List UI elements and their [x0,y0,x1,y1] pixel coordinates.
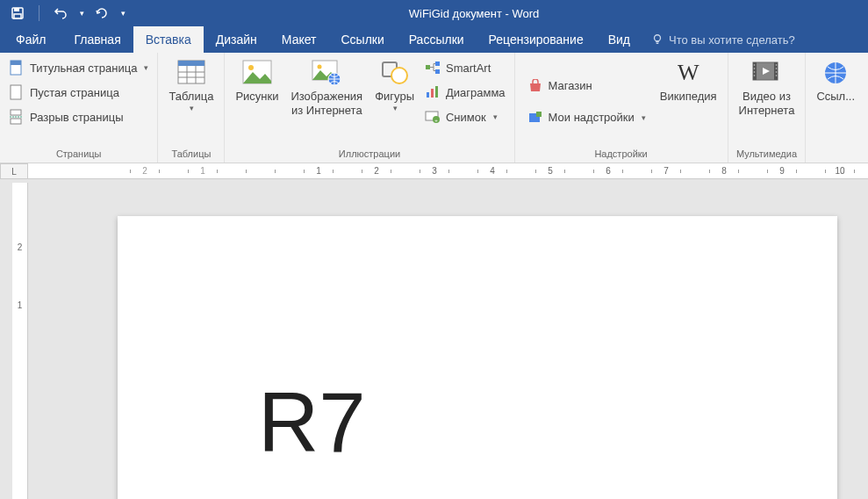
group-pages-label: Страницы [56,147,102,163]
store-label: Магазин [549,79,592,92]
redo-button[interactable] [91,3,112,24]
lightbulb-icon [651,33,664,46]
svg-rect-28 [435,86,438,98]
svg-rect-33 [536,112,542,117]
svg-point-38 [754,68,756,69]
globe-icon [821,58,850,88]
ruler-mark: 2 [348,163,405,178]
document-page[interactable]: R7 [118,216,837,499]
ruler-mark: 1 [290,163,348,178]
ruler-mark: 2 [116,163,174,178]
group-tables: Таблица▾ Таблицы [158,53,225,163]
tab-home[interactable]: Главная [61,26,133,53]
tab-insert[interactable]: Вставка [133,26,204,53]
svg-rect-27 [431,89,434,98]
chart-button[interactable]: Диаграмма [421,81,509,104]
ruler-mark: 1 [174,163,232,178]
pictures-button[interactable]: Рисунки [230,56,283,147]
screenshot-icon: + [425,109,441,125]
chevron-down-icon: ▾ [190,104,194,113]
chevron-down-icon: ▾ [642,113,646,122]
ruler-mark: 10 [811,163,868,178]
blank-page-button[interactable]: Пустая страница [5,81,152,104]
title-bar: ▾ ▾ WiFiGid документ - Word [0,0,868,26]
qat-separator [39,5,39,21]
tab-references[interactable]: Ссылки [328,26,396,53]
svg-point-41 [776,64,778,66]
my-addins-button[interactable]: Мои надстройки ▾ [524,106,649,129]
screenshot-button[interactable]: + Снимок ▾ [421,105,509,128]
group-addins-label: Надстройки [594,147,647,163]
tell-me-placeholder: Что вы хотите сделать? [669,33,795,47]
undo-dropdown-icon[interactable]: ▾ [80,9,84,18]
table-button[interactable]: Таблица▾ [163,56,219,147]
store-icon [527,78,543,94]
svg-rect-7 [11,110,21,115]
ribbon-tabs: Файл Главная Вставка Дизайн Макет Ссылки… [0,26,868,53]
pictures-label: Рисунки [235,90,278,104]
ruler-mark: 1 [12,276,27,334]
blank-page-icon [9,84,25,100]
tab-mailings[interactable]: Рассылки [397,26,477,53]
online-pictures-icon [312,58,341,88]
page-break-button[interactable]: Разрыв страницы [5,105,152,128]
store-button[interactable]: Магазин [524,75,649,98]
links-button-partial[interactable]: Ссыл... [811,56,860,147]
tell-me-search[interactable]: Что вы хотите сделать? [642,26,804,53]
save-button[interactable] [7,3,28,24]
svg-rect-11 [178,61,204,66]
svg-point-22 [391,68,407,83]
svg-rect-25 [435,69,440,74]
chevron-down-icon: ▾ [144,63,148,72]
wikipedia-button[interactable]: W Википедия [655,56,722,147]
document-area: L 2 1 1 2 3 4 5 6 7 8 9 10 2 1 R7 [0,163,868,499]
ruler-mark: 6 [579,163,637,178]
undo-button[interactable] [50,3,71,24]
online-video-button[interactable]: Видео изИнтернета [734,56,800,147]
shapes-icon [380,58,410,88]
qat-customize-icon[interactable]: ▾ [121,9,126,18]
horizontal-ruler[interactable]: 2 1 1 2 3 4 5 6 7 8 9 10 [28,163,868,179]
group-addins: Магазин Мои надстройки ▾ W Википедия Над… [515,53,728,163]
online-pictures-button[interactable]: Изображенияиз Интернета [285,56,368,147]
smartart-button[interactable]: SmartArt [421,56,509,79]
svg-point-19 [318,65,322,69]
tab-review[interactable]: Рецензирование [477,26,596,53]
online-video-label1: Видео из [742,90,791,104]
links-label: Ссыл... [816,90,855,104]
table-icon [176,58,206,88]
screenshot-label: Снимок [446,111,486,124]
group-media-label: Мультимедиа [736,147,797,163]
svg-point-44 [776,75,778,76]
group-media: Видео изИнтернета Мультимедиа [728,53,807,163]
ruler-mark: 2 [12,218,27,276]
chart-label: Диаграмма [446,86,506,99]
tab-design[interactable]: Дизайн [204,26,269,53]
svg-rect-8 [11,119,21,124]
table-label: Таблица [169,90,213,104]
tab-view[interactable]: Вид [596,26,642,53]
svg-rect-1 [14,8,19,11]
svg-point-42 [776,68,778,69]
page-break-label: Разрыв страницы [30,111,124,124]
svg-rect-23 [426,65,430,69]
svg-rect-2 [14,14,21,18]
ruler-mark [232,163,290,178]
shapes-button[interactable]: Фигуры▾ [369,56,420,147]
vertical-ruler[interactable]: 2 1 [12,183,28,499]
svg-point-17 [248,65,254,70]
cover-page-button[interactable]: Титульная страница ▾ [5,56,152,79]
group-tables-label: Таблицы [171,147,211,163]
wikipedia-icon: W [673,58,703,88]
group-illustrations-label: Иллюстрации [339,147,400,163]
document-text[interactable]: R7 [258,374,697,471]
ruler-mark: 7 [637,163,695,178]
chevron-down-icon: ▾ [393,104,398,113]
svg-text:+: + [434,118,438,123]
pictures-icon [242,58,272,88]
ruler-corner[interactable]: L [0,163,28,179]
tab-file[interactable]: Файл [0,26,61,53]
tab-layout[interactable]: Макет [269,26,329,53]
shapes-label: Фигуры [375,90,414,104]
group-links-partial: Ссыл... [806,53,865,163]
